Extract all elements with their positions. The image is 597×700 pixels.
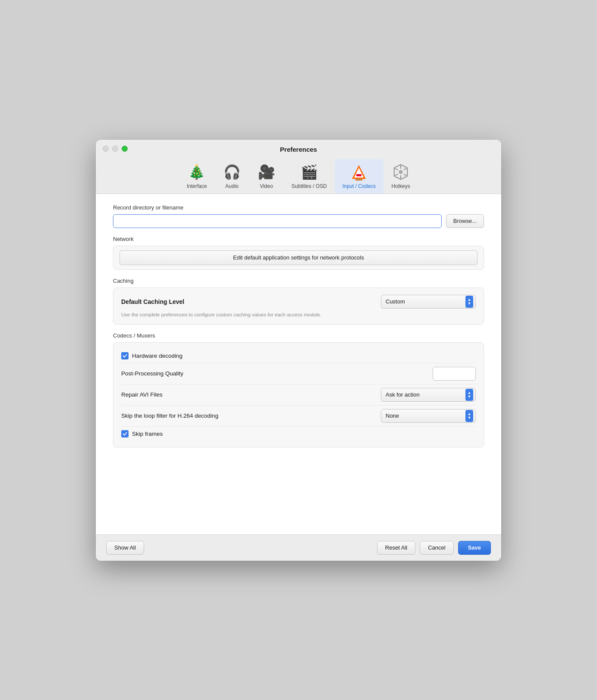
svg-line-11: [404, 168, 407, 170]
caching-row: Default Caching Level Custom Lowest late…: [121, 295, 476, 309]
skip-frames-label: Skip frames: [132, 431, 163, 437]
input-codecs-icon: [349, 162, 368, 181]
network-section-box: Edit default application settings for ne…: [113, 246, 484, 270]
tab-audio[interactable]: 🎧 Audio: [215, 159, 249, 194]
caching-level-select[interactable]: Custom Lowest latency Low latency Normal…: [381, 295, 476, 309]
tab-subtitles[interactable]: 🎬 Subtitles / OSD: [284, 159, 335, 194]
hardware-decoding-checkbox[interactable]: [121, 352, 129, 359]
tab-subtitles-label: Subtitles / OSD: [292, 183, 327, 189]
record-section-label: Record directory or filename: [113, 204, 484, 211]
loop-filter-select[interactable]: None Non-ref Bidir Non-key All: [381, 409, 476, 423]
browse-button[interactable]: Browse...: [446, 214, 484, 228]
cancel-button[interactable]: Cancel: [420, 541, 453, 555]
tab-hotkeys-label: Hotkeys: [391, 183, 410, 189]
hardware-decoding-label: Hardware decoding: [132, 353, 182, 359]
titlebar: Preferences 🎄 Interface 🎧 Audio 🎥 Video …: [96, 140, 501, 194]
loop-filter-select-wrapper: None Non-ref Bidir Non-key All ▲ ▼: [381, 409, 476, 423]
subtitles-icon: 🎬: [300, 162, 319, 181]
caching-level-select-wrapper: Custom Lowest latency Low latency Normal…: [381, 295, 476, 309]
svg-line-10: [395, 174, 398, 175]
audio-icon: 🎧: [223, 162, 242, 181]
toolbar: 🎄 Interface 🎧 Audio 🎥 Video 🎬 Subtitles …: [170, 159, 427, 194]
caching-level-label: Default Caching Level: [121, 298, 184, 305]
tab-interface[interactable]: 🎄 Interface: [179, 159, 215, 194]
reset-all-button[interactable]: Reset All: [377, 541, 415, 555]
skip-frames-row: Skip frames: [121, 428, 476, 440]
record-row: Browse...: [113, 214, 484, 228]
svg-line-8: [395, 168, 398, 170]
svg-line-9: [404, 174, 407, 175]
codecs-divider-1: [121, 363, 476, 363]
tab-input-codecs[interactable]: Input / Codecs: [335, 159, 383, 194]
hardware-decoding-row: Hardware decoding: [121, 350, 476, 362]
bottom-bar: Show All Reset All Cancel Save: [96, 534, 501, 561]
codecs-section-box: Hardware decoding Post-Processing Qualit…: [113, 342, 484, 447]
codecs-divider-4: [121, 426, 476, 427]
empty-area: [113, 455, 484, 524]
codecs-divider-3: [121, 405, 476, 406]
content-area: Record directory or filename Browse... N…: [96, 194, 501, 534]
codecs-divider-2: [121, 384, 476, 384]
hotkeys-icon: [391, 162, 410, 181]
repair-avi-select[interactable]: Ask for action Never Always: [381, 388, 476, 402]
loop-filter-row: Skip the loop filter for H.264 decoding …: [121, 406, 476, 425]
network-settings-button[interactable]: Edit default application settings for ne…: [119, 250, 478, 265]
post-processing-label: Post-Processing Quality: [121, 370, 183, 377]
tab-video-label: Video: [260, 183, 273, 189]
post-processing-stepper: ▲ ▼: [433, 367, 476, 381]
svg-point-5: [399, 170, 403, 174]
caching-section-label: Caching: [113, 278, 484, 284]
show-all-button[interactable]: Show All: [106, 541, 144, 555]
network-section-label: Network: [113, 236, 484, 242]
caching-hint: Use the complete preferences to configur…: [121, 312, 476, 317]
loop-filter-label: Skip the loop filter for H.264 decoding: [121, 412, 218, 419]
codecs-section-label: Codecs / Muxers: [113, 332, 484, 339]
repair-avi-select-wrapper: Ask for action Never Always ▲ ▼: [381, 388, 476, 402]
record-directory-input[interactable]: [113, 214, 442, 228]
repair-avi-label: Repair AVI Files: [121, 391, 163, 398]
tab-interface-label: Interface: [187, 183, 207, 189]
post-processing-input[interactable]: [433, 367, 476, 380]
preferences-window: Preferences 🎄 Interface 🎧 Audio 🎥 Video …: [96, 140, 501, 561]
skip-frames-checkbox[interactable]: [121, 430, 129, 438]
tab-audio-label: Audio: [225, 183, 239, 189]
bottom-right-buttons: Reset All Cancel Save: [377, 541, 491, 555]
window-title: Preferences: [103, 146, 494, 153]
post-processing-row: Post-Processing Quality ▲ ▼: [121, 364, 476, 383]
video-icon: 🎥: [257, 162, 276, 181]
save-button[interactable]: Save: [458, 541, 491, 555]
svg-rect-2: [356, 174, 361, 176]
repair-avi-row: Repair AVI Files Ask for action Never Al…: [121, 385, 476, 404]
tab-input-codecs-label: Input / Codecs: [342, 183, 376, 189]
caching-section-box: Default Caching Level Custom Lowest late…: [113, 288, 484, 325]
tab-hotkeys[interactable]: Hotkeys: [383, 159, 418, 194]
tab-video[interactable]: 🎥 Video: [249, 159, 284, 194]
interface-icon: 🎄: [187, 162, 206, 181]
